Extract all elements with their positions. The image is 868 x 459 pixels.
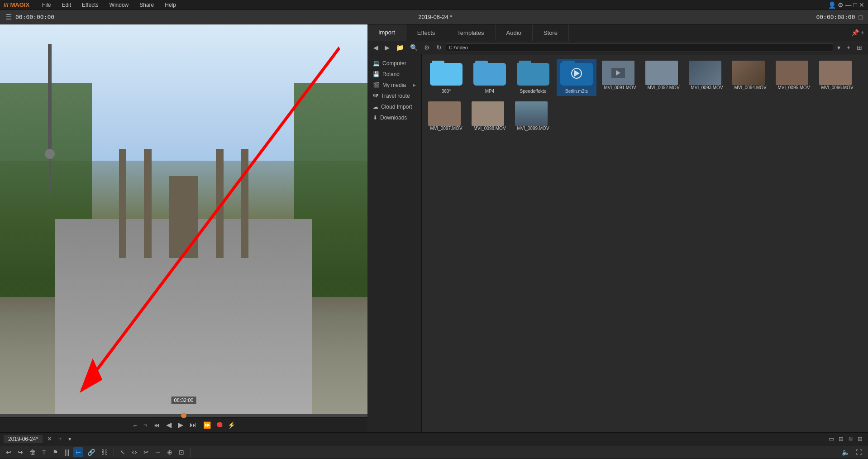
link-btn[interactable]: 🔗 (85, 447, 97, 457)
file-item-mvi0093[interactable]: MVI_0093.MOV (687, 59, 727, 96)
app-logo: /// MAGIX (4, 1, 29, 8)
media-icon: 🎬 (373, 82, 380, 88)
folders-btn[interactable]: 📁 (394, 43, 406, 53)
menu-effects[interactable]: Effects (80, 1, 100, 9)
next-btn[interactable]: ⏭ (188, 420, 198, 430)
settings-icon[interactable]: ⚙ (838, 1, 844, 9)
mark-in-btn[interactable]: ⌐ (132, 420, 138, 430)
route-icon: 🗺 (373, 93, 378, 99)
settings-btn[interactable]: ⚙ (422, 43, 432, 53)
file-label-berlin: Berlin.m2ts (558, 89, 595, 94)
path-dropdown[interactable]: ▾ (835, 43, 843, 53)
maximize-icon[interactable]: □ (854, 1, 857, 9)
search-btn[interactable]: 🔍 (408, 43, 420, 53)
refresh-btn[interactable]: ↻ (434, 43, 444, 53)
tab-store[interactable]: Store (533, 24, 569, 41)
file-item-mvi0097[interactable]: MVI_0097.MOV (426, 100, 466, 133)
tab-templates[interactable]: Templates (446, 24, 495, 41)
minimize-icon[interactable]: — (845, 1, 852, 9)
prev-frame-btn[interactable]: ⏮ (152, 420, 161, 430)
forward-btn[interactable]: ▶ (382, 43, 392, 53)
path-input[interactable] (446, 43, 833, 52)
user-icon[interactable]: 👤 (828, 1, 836, 9)
close-icon[interactable]: ✕ (859, 1, 864, 9)
hamburger-btn[interactable]: ☰ (5, 13, 12, 21)
panel-pin-btn[interactable]: 📌 (851, 29, 859, 36)
sidebar-item-mymedia[interactable]: 🎬 My media (367, 80, 421, 91)
restore-btn[interactable]: □ (859, 14, 863, 21)
tab-import[interactable]: Import (367, 24, 406, 41)
file-item-mvi0099[interactable]: MVI_0099.MOV (513, 100, 553, 133)
sidebar-item-cloud[interactable]: ☁ Cloud Import (367, 101, 421, 112)
scene-detect-btn[interactable]: ||| (62, 447, 72, 457)
file-item-mvi0096[interactable]: MVI_0096.MOV (817, 59, 857, 96)
insert-btn[interactable]: ⊕ (165, 447, 175, 457)
split-btn[interactable]: ⊣ (153, 447, 163, 457)
timeline-view-compact[interactable]: ⊟ (837, 435, 845, 443)
cut-btn[interactable]: ✂ (141, 447, 151, 457)
file-item-360[interactable]: 360° (426, 59, 466, 96)
file-item-mvi0092[interactable]: MVI_0092.MOV (644, 59, 683, 96)
import-toolbar: ◀ ▶ 📁 🔍 ⚙ ↻ ▾ + ⊞ (367, 41, 868, 54)
ripple-btn[interactable]: ⊡ (176, 447, 186, 457)
undo-btn[interactable]: ↩ (4, 447, 14, 457)
title-bar: ☰ 00:00:00:00 2019-06-24 * 00:00:08:00 □ (0, 10, 868, 24)
file-item-mvi0095[interactable]: MVI_0095.MOV (774, 59, 814, 96)
file-item-speedeffekte[interactable]: Speedeffekte (513, 59, 553, 96)
record-btn[interactable]: ⏺ (216, 420, 224, 430)
redo-btn[interactable]: ↪ (15, 447, 25, 457)
file-label-mvi0099: MVI_0099.MOV (515, 126, 551, 131)
menu-help[interactable]: Help (163, 1, 178, 9)
power-btn[interactable]: ⚡ (228, 421, 235, 429)
menu-window[interactable]: Window (108, 1, 131, 9)
sidebar-item-roland[interactable]: 💾 Roland (367, 69, 421, 80)
back-btn[interactable]: ◀ (371, 43, 381, 53)
file-item-berlin[interactable]: Berlin.m2ts (557, 59, 596, 96)
import-add-btn[interactable]: + (844, 43, 853, 53)
file-label-mp4: MP4 (472, 89, 508, 94)
slip-btn[interactable]: ⇔ (129, 447, 139, 457)
delete-btn[interactable]: 🗑 (27, 447, 38, 457)
mute-btn[interactable]: 🔈 (839, 447, 852, 457)
timeline-header: 2019-06-24* ✕ + ▾ ▭ ⊟ ≋ ⊞ (0, 433, 868, 445)
tab-effects[interactable]: Effects (406, 24, 447, 41)
sidebar-item-downloads[interactable]: ⬇ Downloads (367, 112, 421, 123)
mark-out-btn[interactable]: ¬ (142, 420, 148, 430)
timeline-dropdown-btn[interactable]: ▾ (67, 435, 73, 443)
timeline-view-settings[interactable]: ⊞ (856, 435, 864, 443)
select-btn[interactable]: ↖ (118, 447, 128, 457)
timeline-view-normal[interactable]: ▭ (827, 435, 836, 443)
panel-add-btn[interactable]: + (861, 29, 864, 36)
preview-playhead[interactable] (0, 414, 367, 417)
sidebar-item-computer[interactable]: 💻 Computer (367, 58, 421, 69)
marker-btn[interactable]: ⚑ (50, 447, 61, 457)
next-frame-btn[interactable]: ⏩ (202, 420, 212, 430)
import-grid-btn[interactable]: ⊞ (854, 43, 864, 53)
video-viewport[interactable]: 08:32:00 (0, 24, 367, 414)
menu-edit[interactable]: Edit (60, 1, 73, 9)
timeline-add-btn[interactable]: + (57, 435, 64, 443)
file-item-mvi0091[interactable]: MVI_0091.MOV (600, 59, 640, 96)
menu-file[interactable]: File (40, 1, 52, 9)
timeline-view-wave[interactable]: ≋ (846, 435, 855, 443)
trim-btn[interactable]: ⊢ (73, 447, 83, 457)
project-title: 2019-06-24 * (418, 14, 452, 20)
timeline-close-btn[interactable]: ✕ (45, 435, 54, 443)
file-item-mp4[interactable]: MP4 (470, 59, 510, 96)
file-browser: 💻 Computer 💾 Roland 🎬 My media 🗺 Travel … (367, 54, 868, 432)
tab-audio[interactable]: Audio (496, 24, 533, 41)
play-btn[interactable]: ▶ (176, 419, 185, 430)
file-label-mvi0095: MVI_0095.MOV (776, 85, 812, 91)
sidebar-item-travel[interactable]: 🗺 Travel route (367, 91, 421, 101)
computer-icon: 💻 (373, 60, 380, 67)
title-btn[interactable]: T (40, 447, 48, 457)
file-grid: 360° MP4 (422, 54, 868, 432)
unlink-btn[interactable]: ⛓ (99, 447, 110, 457)
timeline-tab-label[interactable]: 2019-06-24* (4, 435, 43, 443)
playhead-marker[interactable] (181, 413, 186, 418)
menu-share[interactable]: Share (138, 1, 156, 9)
file-item-mvi0094[interactable]: MVI_0094.MOV (730, 59, 770, 96)
prev-btn[interactable]: ◀ (165, 419, 173, 430)
file-item-mvi0098[interactable]: MVI_0098.MOV (470, 100, 510, 133)
fullscreen-btn[interactable]: ⛶ (854, 447, 864, 457)
